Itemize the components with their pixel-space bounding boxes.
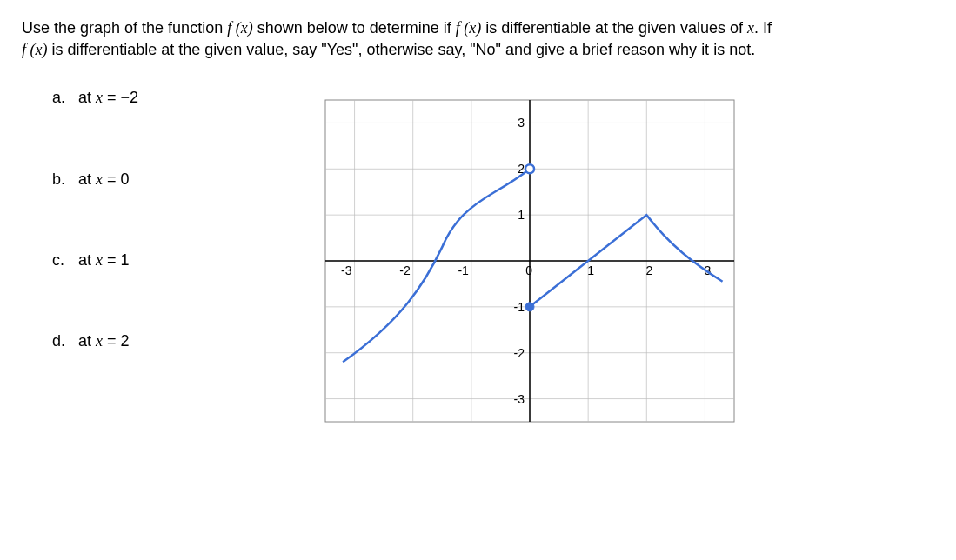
problem-text-2: shown below to determine if (253, 19, 456, 37)
val-d: 2 (121, 332, 130, 350)
svg-text:-2: -2 (399, 263, 411, 277)
svg-text:1: 1 (587, 263, 594, 277)
svg-text:-1: -1 (514, 300, 525, 314)
label-b: b. (52, 169, 74, 190)
problem-text-4: . If (754, 19, 772, 37)
fx-2: f (x) (456, 19, 481, 37)
eq-b: = (103, 170, 121, 188)
svg-text:3: 3 (518, 117, 525, 130)
svg-text:0: 0 (525, 263, 532, 277)
var-c: x (96, 251, 103, 269)
function-graph: -3-2-10123-3-2-1123 (312, 87, 747, 435)
question-b: b. at x = 0 (52, 169, 138, 190)
svg-point-30 (525, 165, 534, 174)
fx-3: f (x) (22, 41, 47, 58)
problem-text-5: is differentiable at the given value, sa… (47, 41, 755, 58)
question-c: c. at x = 1 (52, 250, 138, 271)
val-a: −2 (121, 89, 139, 106)
graph: -3-2-10123-3-2-1123 (312, 87, 747, 441)
svg-point-31 (525, 303, 534, 311)
pre-c: at (78, 251, 96, 269)
problem-text-1: Use the graph of the function (22, 19, 227, 37)
svg-text:-3: -3 (341, 263, 352, 277)
var-a: x (96, 89, 103, 106)
eq-c: = (103, 251, 121, 269)
var-b: x (96, 170, 103, 188)
question-a: a. at x = −2 (52, 87, 138, 109)
label-c: c. (52, 250, 74, 271)
label-d: d. (52, 330, 74, 352)
problem-text-3: is differentiable at the given values of (481, 19, 747, 37)
eq-a: = (103, 89, 121, 106)
svg-text:-2: -2 (514, 346, 525, 360)
question-list: a. at x = −2 b. at x = 0 c. at x = 1 d. … (22, 87, 138, 441)
svg-text:-1: -1 (458, 263, 469, 277)
svg-text:1: 1 (518, 209, 525, 223)
var-d: x (96, 332, 103, 350)
svg-text:-3: -3 (514, 392, 525, 406)
var-x: x (747, 19, 754, 37)
pre-a: at (78, 89, 96, 106)
pre-b: at (78, 170, 96, 188)
val-c: 1 (121, 251, 130, 269)
problem-statement: Use the graph of the function f (x) show… (22, 17, 934, 61)
eq-d: = (103, 332, 121, 350)
pre-d: at (78, 332, 96, 350)
fx-1: f (x) (227, 19, 252, 37)
val-b: 0 (121, 170, 130, 188)
label-a: a. (52, 87, 74, 109)
svg-text:2: 2 (645, 263, 652, 277)
question-d: d. at x = 2 (52, 330, 138, 352)
